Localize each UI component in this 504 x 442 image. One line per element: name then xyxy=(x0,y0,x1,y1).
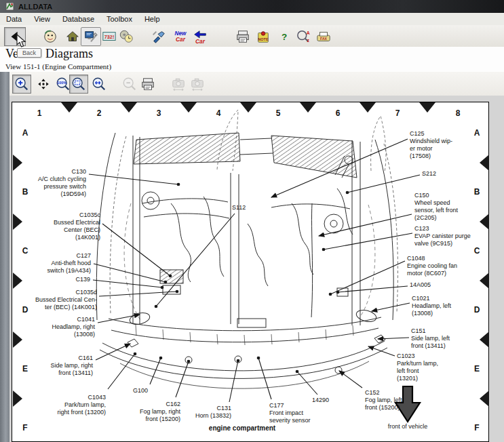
component-id: C1041 xyxy=(52,316,95,323)
grid-row-D-right: D xyxy=(471,305,482,315)
estimator-button[interactable] xyxy=(149,27,168,46)
help-button[interactable]: ? xyxy=(277,27,291,46)
component-desc: ter (BEC) (14K001) xyxy=(35,304,97,311)
grid-row-B-left: B xyxy=(20,187,31,197)
component-desc: Park/turn lamp, xyxy=(397,360,438,367)
back-tooltip: Back xyxy=(17,48,41,58)
zoom-toolbar: 100% xyxy=(9,72,504,96)
component-id: 14A005 xyxy=(410,281,431,289)
svg-text:100%: 100% xyxy=(57,81,66,85)
menu-item-data[interactable]: Data xyxy=(0,14,28,24)
diagram-caption: engine compartment xyxy=(209,424,275,432)
component-label-C123: C123EVAP canister purgevalve (9C915) xyxy=(414,225,471,247)
svg-text:FAX: FAX xyxy=(320,37,327,41)
new-car-icon: NewCar xyxy=(173,29,188,44)
maintenance-button[interactable] xyxy=(117,27,136,46)
component-desc: severity sensor xyxy=(269,417,311,424)
home-button[interactable] xyxy=(63,27,82,46)
print-view-button[interactable] xyxy=(138,75,157,94)
grid-row-C-right: C xyxy=(471,246,482,256)
component-desc: (13008) xyxy=(412,310,451,317)
grid-row-A-right: A xyxy=(471,128,482,138)
sort-search-button[interactable]: Az xyxy=(294,27,313,46)
component-desc: valve (9C915) xyxy=(414,240,471,247)
component-id: C1021 xyxy=(412,295,451,302)
pan-arrows-icon xyxy=(36,77,51,92)
svg-text:732!: 732! xyxy=(104,34,115,40)
component-id: G100 xyxy=(133,387,148,395)
component-desc: (13008) xyxy=(52,331,95,338)
zoom-width-icon xyxy=(92,77,106,92)
component-label-C152: C152Fog lamp, leftfront (15200) xyxy=(365,389,402,411)
component-id: C161 xyxy=(50,355,93,362)
browser-button[interactable] xyxy=(41,27,60,46)
view-title-row: View 151-1 (Engine Compartment) xyxy=(0,62,504,73)
mouse-cursor xyxy=(16,34,26,48)
component-id: C151 xyxy=(411,327,450,335)
print-button[interactable] xyxy=(233,27,252,46)
component-id: C1035d xyxy=(35,289,97,296)
component-label-14290: 14290 xyxy=(312,397,329,404)
component-desc: Fog lamp, left xyxy=(365,397,402,404)
component-desc: front (15200) xyxy=(365,404,402,411)
component-id: C131 xyxy=(195,405,231,412)
component-label-C139: C139 xyxy=(75,276,90,283)
component-label-C1041: C1041Headlamp, right(13008) xyxy=(52,316,95,338)
svg-text:z: z xyxy=(307,38,310,43)
zoom-100-icon: 100% xyxy=(56,77,71,92)
component-label-C125: C125Windshield wip-er motor(17508) xyxy=(410,130,452,160)
component-label-C127: C127Anti-theft hoodswitch (19A434) xyxy=(47,252,91,275)
svg-text:A: A xyxy=(307,31,310,35)
tsb-button[interactable]: 732! xyxy=(100,27,119,46)
zoom-out-button xyxy=(120,75,139,94)
arrow-car-icon: Car xyxy=(193,29,208,44)
grid-column-1: 1 xyxy=(33,108,46,118)
title-bar[interactable]: ALLDATA xyxy=(0,0,504,13)
component-id: C130 xyxy=(38,168,86,176)
magnifier-az-icon: Az xyxy=(296,29,311,44)
component-desc: front (13411) xyxy=(411,342,450,350)
component-label-C130: C130A/C clutch cyclingpressure switch(19… xyxy=(38,168,86,198)
pan-button[interactable] xyxy=(34,75,53,94)
zoom-in-button[interactable] xyxy=(12,75,31,94)
svg-text:Car: Car xyxy=(195,39,206,44)
grid-row-F-right: F xyxy=(471,423,482,433)
component-desc: (14K001) xyxy=(54,234,100,241)
hand-tools-icon xyxy=(151,29,166,44)
menu-item-help[interactable]: Help xyxy=(138,14,166,24)
grid-row-A-left: A xyxy=(20,128,31,138)
grid-column-8: 8 xyxy=(451,108,465,118)
note-icon: NOTE xyxy=(256,29,271,44)
component-id: C1035c xyxy=(54,212,100,219)
svg-text:Car: Car xyxy=(176,37,186,43)
component-desc: Side lamp, right xyxy=(50,362,93,369)
svg-text:New: New xyxy=(175,31,187,37)
component-id: S212 xyxy=(422,170,436,178)
svg-text:?: ? xyxy=(282,32,287,42)
menu-item-database[interactable]: Database xyxy=(56,14,100,24)
new-car-button[interactable]: NewCar xyxy=(171,27,190,46)
view-title: View 151-1 (Engine Compartment) xyxy=(5,62,111,71)
menu-item-toolbox[interactable]: Toolbox xyxy=(100,14,138,24)
zoom-width-button[interactable] xyxy=(90,75,109,94)
nav-row: Ve Diagrams Back xyxy=(0,47,504,62)
component-label-C151: C151Side lamp, leftfront (13411) xyxy=(411,327,450,350)
zoom-fit-button[interactable] xyxy=(69,75,88,94)
component-desc: Park/turn lamp, xyxy=(57,401,106,409)
menu-item-view[interactable]: View xyxy=(28,14,56,24)
component-id: C177 xyxy=(269,402,311,409)
previous-car-button[interactable]: Car xyxy=(191,27,210,46)
window-edge xyxy=(0,72,9,442)
component-desc: right front (13200) xyxy=(57,409,106,416)
component-desc: left front xyxy=(397,367,438,375)
note-button[interactable]: NOTE xyxy=(254,27,273,46)
grid-column-4: 4 xyxy=(212,108,225,118)
component-label-14A005: 14A005 xyxy=(410,281,431,289)
next-view-button xyxy=(188,75,207,94)
repair-info-button[interactable] xyxy=(81,27,101,46)
diagrams-tab[interactable]: Diagrams xyxy=(45,47,93,61)
component-desc: (13201) xyxy=(397,375,438,382)
component-desc: Side lamp, left xyxy=(411,335,450,342)
fax-button[interactable]: FAX xyxy=(314,27,333,46)
component-desc: Horn (13832) xyxy=(195,412,231,420)
